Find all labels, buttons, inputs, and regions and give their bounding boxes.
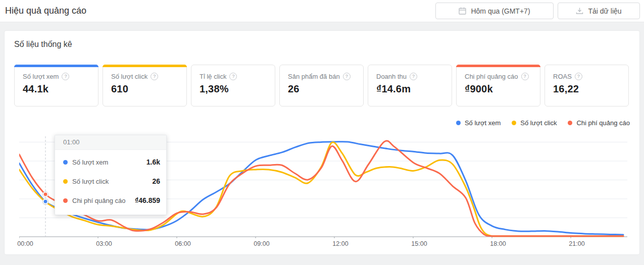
x-tick-label: 15:00: [404, 240, 434, 247]
metric-value: 16,22: [553, 83, 621, 95]
metric-value: ₫900k: [465, 83, 533, 95]
download-icon: [576, 7, 583, 15]
tooltip-label: Chi phí quảng cáo: [72, 197, 130, 204]
metric-value: 44.1k: [23, 83, 91, 95]
metric-card-ad-cost[interactable]: Chi phí quảng cáo? ₫900k: [456, 65, 540, 107]
chart-legend: Số lượt xem Số lượt click Chi phí quảng …: [456, 119, 630, 127]
metric-cards-row: Số lượt xem? 44.1k Số lượt click? 610 Tỉ…: [14, 65, 629, 107]
legend-dot-blue: [456, 121, 461, 125]
x-tick-label: 00:00: [10, 240, 40, 247]
metric-label: Sản phẩm đã bán: [288, 73, 340, 80]
calendar-icon: [459, 7, 466, 15]
chart-tooltip: 01:00 Số lượt xem 1.6k Số lượt click 26 …: [55, 135, 167, 215]
legend-dot-orange: [568, 121, 572, 125]
tooltip-value: ₫46.859: [135, 196, 160, 204]
series-dot-blue: [63, 160, 68, 165]
help-icon[interactable]: ?: [151, 73, 158, 80]
metric-card-views[interactable]: Số lượt xem? 44.1k: [14, 65, 98, 107]
series-dot-yellow: [63, 179, 68, 184]
accent-bar: [103, 65, 187, 67]
x-tick-label: 21:00: [562, 240, 592, 247]
legend-item-views[interactable]: Số lượt xem: [456, 119, 501, 127]
tooltip-label: Số lượt click: [72, 178, 147, 185]
help-icon[interactable]: ?: [343, 73, 351, 80]
metric-card-ctr[interactable]: Tỉ lệ click? 1,38%: [191, 65, 275, 107]
help-icon[interactable]: ?: [62, 73, 69, 80]
date-range-label: Hôm qua (GMT+7): [471, 7, 530, 15]
download-button[interactable]: Tải dữ liệu: [558, 3, 640, 19]
metric-card-clicks[interactable]: Số lượt click? 610: [103, 65, 187, 107]
tooltip-label: Số lượt xem: [72, 158, 142, 166]
metric-value: 610: [111, 83, 179, 95]
x-tick-label: 09:00: [246, 240, 277, 247]
metric-label: Số lượt xem: [23, 73, 59, 80]
tooltip-row-clicks: Số lượt click 26: [63, 172, 160, 191]
tooltip-value: 1.6k: [146, 158, 160, 166]
accent-bar: [456, 65, 540, 67]
help-icon[interactable]: ?: [521, 73, 529, 80]
metric-value: 26: [288, 83, 356, 95]
legend-label: Số lượt click: [520, 119, 557, 127]
download-label: Tải dữ liệu: [588, 7, 621, 15]
legend-dot-yellow: [512, 121, 516, 125]
metric-value: ₫14.6m: [376, 83, 444, 95]
statistics-title: Số liệu thống kê: [14, 40, 72, 49]
legend-label: Số lượt xem: [465, 119, 501, 127]
x-tick-label: 06:00: [168, 240, 198, 247]
legend-item-clicks[interactable]: Số lượt click: [512, 119, 557, 127]
tooltip-time: 01:00: [55, 135, 166, 150]
metric-card-products-sold[interactable]: Sản phẩm đã bán? 26: [279, 65, 364, 107]
tooltip-body: Số lượt xem 1.6k Số lượt click 26 Chi ph…: [55, 150, 166, 215]
date-range-button[interactable]: Hôm qua (GMT+7): [435, 3, 554, 19]
metric-label: Doanh thu: [376, 73, 407, 80]
x-tick-label: 18:00: [483, 240, 513, 247]
help-icon[interactable]: ?: [229, 73, 237, 80]
ad-performance-page: Hiệu quả quảng cáo Hôm qua (GMT+7) Tải d…: [0, 0, 644, 265]
tooltip-value: 26: [152, 177, 160, 185]
x-tick-label: 12:00: [325, 240, 356, 247]
tooltip-row-views: Số lượt xem 1.6k: [63, 152, 160, 172]
top-bar: Hiệu quả quảng cáo Hôm qua (GMT+7) Tải d…: [0, 0, 644, 22]
metric-card-roas[interactable]: ROAS? 16,22: [544, 65, 629, 107]
metric-label: Chi phí quảng cáo: [465, 73, 518, 80]
x-tick-label: 03:00: [89, 240, 119, 247]
metric-card-revenue[interactable]: Doanh thu? ₫14.6m: [368, 65, 452, 107]
metric-value: 1,38%: [200, 83, 268, 95]
series-dot-orange: [63, 198, 68, 203]
legend-label: Chi phí quảng cáo: [576, 119, 630, 127]
legend-item-cost[interactable]: Chi phí quảng cáo: [568, 119, 630, 127]
accent-bar: [14, 65, 98, 67]
help-icon[interactable]: ?: [410, 73, 417, 80]
metric-label: Tỉ lệ click: [200, 73, 226, 80]
help-icon[interactable]: ?: [575, 73, 582, 80]
page-title: Hiệu quả quảng cáo: [5, 6, 86, 16]
metric-label: ROAS: [553, 73, 572, 80]
tooltip-row-cost: Chi phí quảng cáo ₫46.859: [63, 191, 160, 210]
metric-label: Số lượt click: [111, 73, 147, 80]
